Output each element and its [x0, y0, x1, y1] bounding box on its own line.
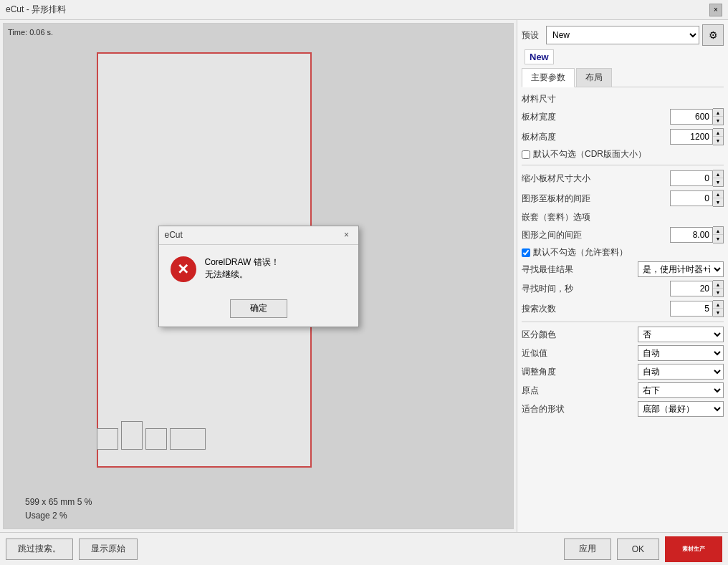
angle-label: 调整角度 [522, 366, 635, 378]
search-row: 搜索次数 ▲ ▼ [522, 300, 724, 317]
height-label: 板材高度 [522, 131, 667, 143]
width-row: 板材宽度 ▲ ▼ [522, 108, 724, 125]
dialog-confirm-button[interactable]: 确定 [230, 299, 287, 318]
apply-button[interactable]: 应用 [564, 539, 611, 560]
shrink-up-btn[interactable]: ▲ [713, 170, 723, 178]
search-down-btn[interactable]: ▼ [713, 309, 723, 317]
time-down-btn[interactable]: ▼ [713, 289, 723, 296]
spacing-down-btn[interactable]: ▼ [713, 235, 723, 243]
gear-button[interactable]: ⚙ [702, 24, 724, 46]
spacing-label: 图形之间的间距 [522, 229, 667, 241]
origin-select[interactable]: 右下 左下 左上 右上 [638, 382, 724, 398]
search-spin-buttons: ▲ ▼ [713, 300, 724, 317]
margin-up-btn[interactable]: ▲ [713, 190, 723, 198]
width-up-btn[interactable]: ▲ [713, 109, 723, 117]
best-result-label: 寻找最佳结果 [522, 264, 635, 276]
show-original-button[interactable]: 显示原始 [79, 539, 138, 560]
approx-label: 近似值 [522, 347, 635, 359]
default-checkbox[interactable] [522, 150, 530, 159]
skip-search-button[interactable]: 跳过搜索。 [6, 539, 73, 560]
spacing-spin-buttons: ▲ ▼ [713, 226, 724, 243]
shrink-down-btn[interactable]: ▼ [713, 178, 723, 186]
search-input-group: ▲ ▼ [670, 300, 724, 317]
color-row: 区分颜色 否 是 [522, 327, 724, 342]
shrink-label: 缩小板材尺寸大小 [522, 173, 667, 185]
margin-row: 图形至板材的间距 ▲ ▼ [522, 190, 724, 207]
approx-row: 近似值 自动 低 中 高 [522, 345, 724, 361]
shape-row: 适合的形状 底部（最好） 左侧 右侧 [522, 401, 724, 417]
approx-select[interactable]: 自动 低 中 高 [638, 345, 724, 361]
dialog-close-button[interactable]: × [341, 229, 353, 241]
logo-text: 素材生产 [682, 545, 705, 553]
time-input-group: ▲ ▼ [670, 280, 724, 297]
gear-icon: ⚙ [709, 29, 718, 41]
height-input[interactable] [670, 129, 713, 145]
window-controls: × [709, 4, 722, 16]
width-input[interactable] [670, 109, 713, 125]
spacing-row: 图形之间的间距 ▲ ▼ [522, 226, 724, 243]
ok-button[interactable]: OK [617, 539, 659, 560]
width-spin-buttons: ▲ ▼ [713, 108, 724, 125]
shrink-input[interactable] [670, 170, 713, 186]
height-input-group: ▲ ▼ [670, 128, 724, 145]
close-btn[interactable]: × [709, 4, 722, 16]
margin-input-group: ▲ ▼ [670, 190, 724, 207]
right-panel: 预设 New ⚙ New 主要参数 布局 [517, 20, 728, 532]
spacing-input-group: ▲ ▼ [670, 226, 724, 243]
preset-select[interactable]: New [546, 26, 699, 44]
margin-down-btn[interactable]: ▼ [713, 198, 723, 206]
dialog-message-line1: CorelDRAW 错误！ [205, 256, 279, 269]
dialog-title: eCut [165, 230, 183, 240]
content-area: Time: 0.06 s. 599 x 65 mm 5 % Usage 2 % [0, 20, 728, 532]
time-label: 寻找时间，秒 [522, 283, 667, 295]
dialog-message-line2: 无法继续。 [205, 269, 279, 281]
preset-value-display: New [525, 49, 554, 64]
canvas-area: Time: 0.06 s. 599 x 65 mm 5 % Usage 2 % [3, 23, 514, 529]
bottom-toolbar: 跳过搜索。 显示原始 应用 OK 素材生产 [0, 532, 728, 565]
spacing-up-btn[interactable]: ▲ [713, 227, 723, 235]
color-select[interactable]: 否 是 [638, 327, 724, 342]
tabs: 主要参数 布局 [522, 68, 724, 87]
tab-main-params[interactable]: 主要参数 [522, 68, 575, 87]
title-bar: eCut - 异形排料 × [0, 0, 728, 20]
height-up-btn[interactable]: ▲ [713, 129, 723, 137]
spacing-input[interactable] [670, 227, 713, 243]
tab-layout[interactable]: 布局 [576, 68, 612, 87]
angle-select[interactable]: 自动 0 90 180 [638, 364, 724, 380]
margin-label: 图形至板材的间距 [522, 193, 667, 205]
time-up-btn[interactable]: ▲ [713, 281, 723, 289]
search-input[interactable] [670, 301, 713, 317]
best-result-select[interactable]: 是，使用计时器+计... [638, 261, 724, 277]
section-material-size: 材料尺寸 [522, 93, 724, 105]
dialog-title-bar: eCut × [159, 226, 358, 245]
best-result-row: 寻找最佳结果 是，使用计时器+计... [522, 261, 724, 277]
height-row: 板材高度 ▲ ▼ [522, 128, 724, 145]
search-label: 搜索次数 [522, 303, 667, 315]
nesting-checkbox-label: 默认不勾选（允许套料） [533, 246, 628, 259]
dialog-body: ✕ CorelDRAW 错误！ 无法继续。 [159, 245, 358, 294]
margin-input[interactable] [670, 190, 713, 206]
width-down-btn[interactable]: ▼ [713, 117, 723, 125]
shrink-input-group: ▲ ▼ [670, 170, 724, 187]
dialog-message: CorelDRAW 错误！ 无法继续。 [205, 256, 279, 281]
color-label: 区分颜色 [522, 329, 635, 341]
time-spin-buttons: ▲ ▼ [713, 280, 724, 297]
shape-select[interactable]: 底部（最好） 左侧 右侧 [638, 401, 724, 417]
default-checkbox-row: 默认不勾选（CDR版面大小） [522, 148, 724, 160]
height-down-btn[interactable]: ▼ [713, 137, 723, 145]
angle-row: 调整角度 自动 0 90 180 [522, 364, 724, 380]
shrink-row: 缩小板材尺寸大小 ▲ ▼ [522, 170, 724, 187]
time-input[interactable] [670, 281, 713, 296]
dialog-footer: 确定 [159, 294, 358, 327]
main-layout: Time: 0.06 s. 599 x 65 mm 5 % Usage 2 % [0, 20, 728, 565]
search-up-btn[interactable]: ▲ [713, 301, 723, 309]
logo-area: 素材生产 [665, 536, 722, 562]
dialog-overlay: eCut × ✕ CorelDRAW 错误！ 无法继续。 确定 [4, 24, 513, 528]
margin-spin-buttons: ▲ ▼ [713, 190, 724, 207]
nesting-checkbox[interactable] [522, 248, 530, 257]
origin-label: 原点 [522, 385, 635, 397]
time-row: 寻找时间，秒 ▲ ▼ [522, 280, 724, 297]
height-spin-buttons: ▲ ▼ [713, 128, 724, 145]
error-icon-symbol: ✕ [177, 261, 189, 278]
shape-label: 适合的形状 [522, 403, 635, 415]
